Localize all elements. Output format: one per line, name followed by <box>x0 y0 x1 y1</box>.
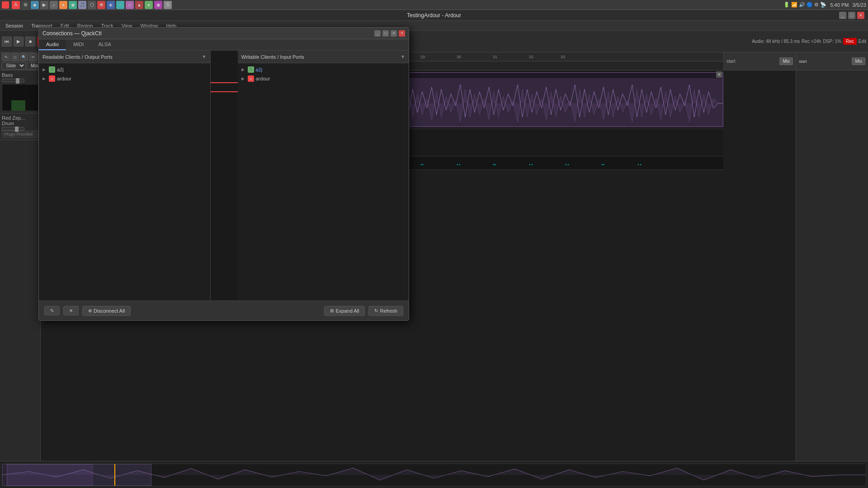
mix-view-button[interactable]: Mix <box>852 57 865 65</box>
minimap[interactable] <box>2 464 866 486</box>
disconnect-all-button[interactable]: ⊗ Disconnect All <box>82 306 131 316</box>
tab-midi[interactable]: MIDI <box>66 39 91 50</box>
play-button[interactable]: ▶ <box>14 37 24 47</box>
expand-all-button[interactable]: ⊞ Expand All <box>324 306 365 316</box>
connect-icon: ✎ <box>50 308 54 313</box>
dot-13: ● ● <box>457 163 461 166</box>
menu-session[interactable]: Session <box>2 22 27 29</box>
plugin-provided-label[interactable]: Plugin Provided <box>2 131 38 138</box>
writable-a2j-item[interactable]: ▶ 🎵 a2j <box>238 65 409 74</box>
connection-line-2 <box>211 91 238 92</box>
writable-panel-dropdown[interactable]: ▼ <box>401 54 405 59</box>
ardour-icon: A <box>49 75 55 82</box>
drum-fader[interactable] <box>2 127 24 131</box>
daw-top-right: start Mix <box>723 52 796 70</box>
clock: 5:40 PM <box>830 2 849 8</box>
close-button[interactable]: ✕ <box>857 12 864 19</box>
taskbar-icon-8[interactable]: 🎵 <box>78 1 86 9</box>
track-panel: ✎ ◻ 🔍 ✂ ✏ Slide Mouse <box>0 52 41 461</box>
os-taskbar: A ⚙ ◆ ▶ ♪ ● ◉ 🎵 ⬡ ❋ ◈ ◦ ◇ ▲ ● ◉ S 🔋 📶 🔊 … <box>0 0 868 10</box>
expand-all-label: Expand All <box>335 308 359 314</box>
track-header-controls: ✎ ◻ 🔍 ✂ ✏ Slide Mouse <box>0 52 40 70</box>
tab-audio[interactable]: Audio <box>39 39 66 50</box>
taskbar-icon-14[interactable]: ▲ <box>135 1 143 9</box>
edit-tool-button[interactable]: ✎ <box>2 53 10 61</box>
taskbar-icon-15[interactable]: ● <box>145 1 153 9</box>
taskbar-icon-12[interactable]: ◦ <box>116 1 124 9</box>
writable-panel-header: Writable Clients / Input Ports ▼ <box>238 51 409 63</box>
dialog-options-button[interactable]: ≡ <box>391 30 397 37</box>
connect-button[interactable]: ✎ <box>44 306 60 315</box>
maximize-button[interactable]: □ <box>848 12 855 19</box>
readable-panel-header: Readable Clients / Output Ports ▼ <box>39 51 210 63</box>
bass-fader[interactable] <box>2 79 24 82</box>
ruler-mark-14: 32 <box>529 55 533 59</box>
mix-button[interactable]: Mix <box>779 57 793 65</box>
taskbar-icon-10[interactable]: ❋ <box>97 1 105 9</box>
ruler-mark-12: 30 <box>457 55 461 59</box>
taskbar-icon-9[interactable]: ⬡ <box>88 1 96 9</box>
taskbar-icon-3[interactable]: ◆ <box>31 1 39 9</box>
select-tool-button[interactable]: ◻ <box>11 53 19 61</box>
readable-panel-dropdown[interactable]: ▼ <box>202 54 207 59</box>
refresh-button[interactable]: ↻ Refresh <box>368 306 403 316</box>
taskbar-icon-13[interactable]: ◇ <box>126 1 134 9</box>
trim-tool-button[interactable]: ✂ <box>29 53 37 61</box>
bass-lane-close-button[interactable]: ✕ <box>716 71 722 78</box>
dialog-tabs: Audio MIDI ALSA <box>39 39 409 51</box>
taskbar-icon-2[interactable]: ⚙ <box>21 1 29 9</box>
ruler-mark-15: 33 <box>561 55 565 59</box>
dialog-maximize-button[interactable]: □ <box>382 30 389 37</box>
dialog-footer: ✎ ✕ ⊗ Disconnect All ⊞ Expand All ↻ Refr… <box>39 300 409 320</box>
dot-14: ●● <box>493 163 496 166</box>
rec-enable-button[interactable]: Rec <box>843 38 857 45</box>
right-transport: Audio: 48 kHz / 85.3 ms Rec >24h DSP: 1%… <box>752 38 866 45</box>
dot-18: ● ● <box>637 163 642 166</box>
taskbar-icon-1[interactable]: A <box>12 1 20 9</box>
dialog-close-button[interactable]: ✕ <box>399 30 405 37</box>
taskbar-icon-11[interactable]: ◈ <box>107 1 115 9</box>
dialog-minimize-button[interactable]: _ <box>374 30 381 37</box>
ardour-expand-arrow[interactable]: ▶ <box>42 76 47 81</box>
taskbar-icons: A ⚙ ◆ ▶ ♪ ● ◉ 🎵 ⬡ ❋ ◈ ◦ ◇ ▲ ● ◉ S <box>12 1 172 9</box>
a2j-icon: 🎵 <box>49 66 55 73</box>
drum-track-name: Red Zep... Drum <box>2 115 38 126</box>
writable-ardour-item[interactable]: ▶ A ardour <box>238 74 409 83</box>
ruler-mark-13: 31 <box>493 55 497 59</box>
slide-mode-select[interactable]: Slide <box>2 62 26 70</box>
drum-track-info: Red Zep... Drum Plugin Provided <box>0 113 40 140</box>
expand-all-icon: ⊞ <box>330 308 334 313</box>
writable-ports-panel: Writable Clients / Input Ports ▼ ▶ 🎵 a2j… <box>238 51 409 300</box>
taskbar-icon-6[interactable]: ● <box>59 1 67 9</box>
taskbar-icon-5[interactable]: ♪ <box>50 1 58 9</box>
minimize-button[interactable]: _ <box>839 12 846 19</box>
minimap-waveform <box>2 466 866 483</box>
w-a2j-expand-arrow[interactable]: ▶ <box>241 67 246 72</box>
right-panel-top: start Mix <box>796 52 868 70</box>
rewind-button[interactable]: ⏮ <box>2 37 12 47</box>
stop-button[interactable]: ■ <box>25 37 35 47</box>
w-ardour-expand-arrow[interactable]: ▶ <box>241 76 246 81</box>
readable-a2j-item[interactable]: ▶ 🎵 a2j <box>39 65 210 74</box>
bass-fader-area <box>2 79 38 82</box>
dialog-title-controls: _ □ ≡ ✕ <box>374 30 405 37</box>
readable-ardour-item[interactable]: ▶ A ardour <box>39 74 210 83</box>
taskbar-icon-17[interactable]: S <box>164 1 172 9</box>
taskbar-icon-16[interactable]: ◉ <box>154 1 162 9</box>
disconnect-button[interactable]: ✕ <box>63 306 79 315</box>
taskbar-icon-7[interactable]: ◉ <box>69 1 77 9</box>
tab-alsa[interactable]: ALSA <box>91 39 118 50</box>
start-marker-label: start <box>726 59 735 64</box>
dialog-title: Connections — QjackCtl <box>42 30 102 37</box>
readable-port-list: ▶ 🎵 a2j ▶ A ardour <box>39 63 210 300</box>
right-panel: start Mix <box>796 52 868 461</box>
mix-btn-wrapper: Mix <box>852 57 865 65</box>
ardour-label: ardour <box>57 76 71 81</box>
audio-info: Audio: 48 kHz / 85.3 ms <box>752 39 800 44</box>
dot-17: ●● <box>601 163 604 166</box>
window-controls: _ □ ✕ <box>839 12 864 19</box>
a2j-expand-arrow[interactable]: ▶ <box>42 67 47 72</box>
taskbar-icon-4[interactable]: ▶ <box>40 1 48 9</box>
zoom-tool-button[interactable]: 🔍 <box>20 53 28 61</box>
drum-fader-knob <box>15 127 19 132</box>
